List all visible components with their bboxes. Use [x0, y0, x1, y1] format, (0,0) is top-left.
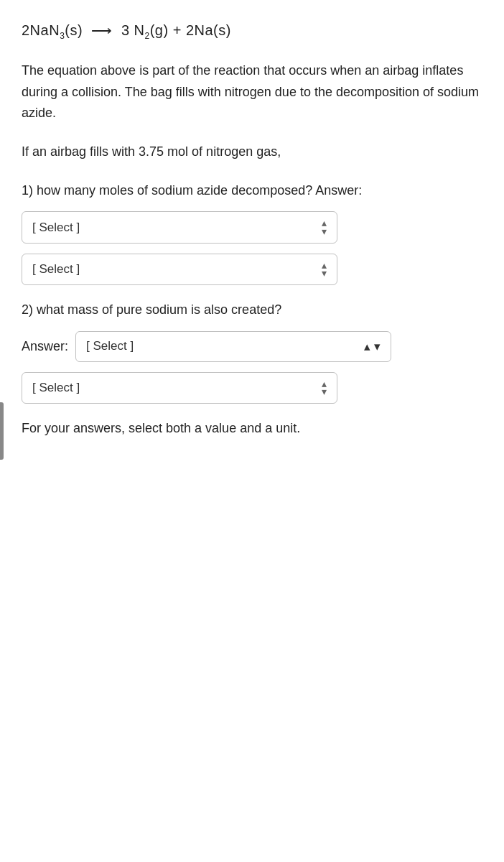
question1-select2-label: [ Select ]	[32, 262, 80, 277]
question-1-text: 1) how many moles of sodium azide decomp…	[22, 180, 482, 202]
footer-text: For your answers, select both a value an…	[22, 418, 482, 440]
question2-answer-row: Answer: [ Select ] ▴ ▾	[22, 331, 482, 362]
chevron-icon-q2s2: ▴ ▾	[322, 380, 327, 396]
question2-select2-label: [ Select ]	[32, 381, 80, 395]
description-paragraph2: If an airbag fills with 3.75 mol of nitr…	[22, 142, 482, 163]
description-paragraph1: The equation above is part of the reacti…	[22, 60, 482, 124]
question2-select1[interactable]: [ Select ] ▴ ▾	[75, 331, 391, 362]
question2-answer-label: Answer:	[22, 339, 68, 354]
question-1: 1) how many moles of sodium azide decomp…	[22, 180, 482, 285]
chevron-icon-q1s2: ▴ ▾	[322, 261, 327, 277]
question2-select2[interactable]: [ Select ] ▴ ▾	[22, 372, 337, 404]
question1-select1-label: [ Select ]	[32, 221, 80, 235]
question1-select1[interactable]: [ Select ] ▴ ▾	[22, 211, 337, 243]
chevron-icon-q1s1: ▴ ▾	[322, 219, 327, 235]
question1-select2[interactable]: [ Select ] ▴ ▾	[22, 254, 337, 285]
question-2: 2) what mass of pure sodium is also crea…	[22, 300, 482, 404]
question-2-text: 2) what mass of pure sodium is also crea…	[22, 300, 482, 321]
chemical-equation: 2NaN3(s) ⟶ 3 N2(g) + 2Na(s)	[22, 22, 482, 39]
equation-text: 2NaN3(s) ⟶ 3 N2(g) + 2Na(s)	[22, 22, 231, 38]
chevron-icon-q2s1: ▴ ▾	[364, 339, 381, 354]
left-bar	[0, 402, 4, 460]
question2-select1-label: [ Select ]	[86, 339, 134, 353]
